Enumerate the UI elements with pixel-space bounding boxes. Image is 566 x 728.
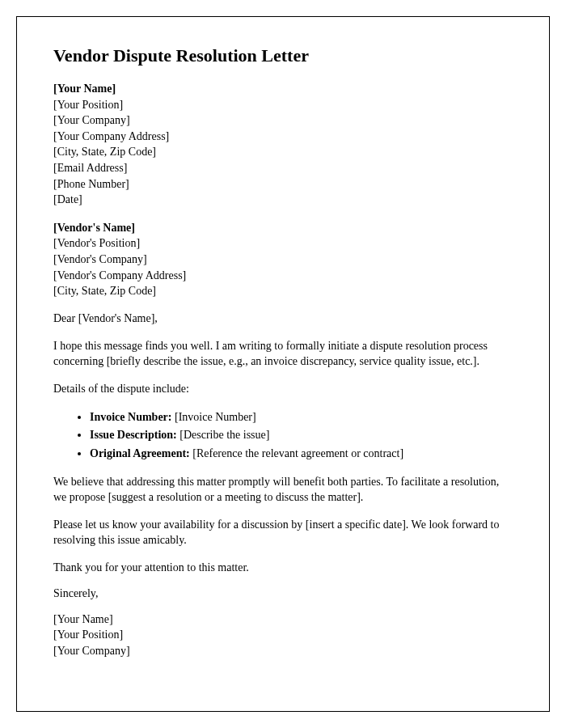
recipient-city-state-zip: [City, State, Zip Code]: [53, 283, 513, 299]
detail-issue: Issue Description: [Describe the issue]: [90, 426, 513, 444]
intro-paragraph: I hope this message finds you well. I am…: [53, 338, 513, 370]
sender-email: [Email Address]: [53, 160, 513, 176]
details-list: Invoice Number: [Invoice Number] Issue D…: [90, 408, 513, 463]
sender-address: [Your Company Address]: [53, 129, 513, 145]
sender-name: [Your Name]: [53, 81, 513, 97]
signature-block: [Your Name] [Your Position] [Your Compan…: [53, 612, 513, 659]
recipient-address: [Vendor's Company Address]: [53, 268, 513, 284]
signature-position: [Your Position]: [53, 627, 513, 643]
detail-agreement: Original Agreement: [Reference the relev…: [90, 445, 513, 463]
invoice-label: Invoice Number:: [90, 411, 172, 423]
closing: Sincerely,: [53, 587, 513, 600]
detail-invoice: Invoice Number: [Invoice Number]: [90, 408, 513, 426]
letter-page: Vendor Dispute Resolution Letter [Your N…: [16, 16, 550, 712]
issue-value: [Describe the issue]: [177, 429, 270, 441]
availability-paragraph: Please let us know your availability for…: [53, 517, 513, 548]
agreement-label: Original Agreement:: [90, 447, 190, 459]
recipient-block: [Vendor's Name] [Vendor's Position] [Ven…: [53, 220, 513, 299]
signature-name: [Your Name]: [53, 612, 513, 628]
sender-phone: [Phone Number]: [53, 176, 513, 193]
sender-position: [Your Position]: [53, 97, 513, 113]
sender-city-state-zip: [City, State, Zip Code]: [53, 144, 513, 160]
thanks-paragraph: Thank you for your attention to this mat…: [53, 560, 513, 576]
recipient-company: [Vendor's Company]: [53, 252, 513, 268]
recipient-name: [Vendor's Name]: [53, 220, 513, 236]
details-lead: Details of the dispute include:: [53, 381, 513, 397]
sender-block: [Your Name] [Your Position] [Your Compan…: [53, 81, 513, 208]
sender-date: [Date]: [53, 192, 513, 208]
issue-label: Issue Description:: [90, 429, 177, 441]
resolution-paragraph: We believe that addressing this matter p…: [53, 474, 513, 506]
recipient-position: [Vendor's Position]: [53, 235, 513, 252]
sender-company: [Your Company]: [53, 112, 513, 129]
salutation: Dear [Vendor's Name],: [53, 312, 513, 325]
signature-company: [Your Company]: [53, 643, 513, 659]
invoice-value: [Invoice Number]: [172, 411, 256, 423]
letter-title: Vendor Dispute Resolution Letter: [53, 45, 513, 66]
agreement-value: [Reference the relevant agreement or con…: [190, 447, 403, 459]
